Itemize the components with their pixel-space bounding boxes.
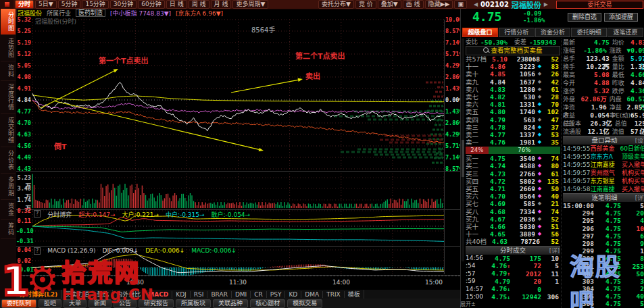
tick-detail-header[interactable]: 逐笔明细 [详] [563, 193, 644, 202]
period-tab-1[interactable]: 5日▼ [35, 0, 57, 9]
sell-order-row[interactable]: 卖七4.82530◆28 [466, 93, 560, 101]
market-alert-row[interactable]: 14:59:58江南嘉捷买入撤单 [563, 185, 644, 193]
indicator-tab-9[interactable]: CR [251, 291, 267, 298]
minute-trade-row[interactable]: :544.76↑725 [466, 262, 560, 270]
buy-order-row[interactable]: 十一4.653889◆56 [466, 230, 560, 238]
sell-order-row[interactable]: 卖六4.811331◆70 [466, 101, 560, 108]
topbar-tool-4[interactable]: 隐藏▶▶ [425, 0, 453, 9]
minute-trade-row[interactable]: 15:004.75↓12942306 [466, 293, 560, 301]
detail-link[interactable]: [详] [549, 247, 560, 255]
minute-trade-row[interactable]: :594.79201 [466, 278, 560, 286]
topbar-tool-5[interactable]: ▣ [454, 0, 467, 9]
app-menu-icon[interactable] [0, 0, 14, 9]
index-mid-link[interactable]: [中小板指 7748.83▼] [110, 9, 171, 18]
indicator-tab-4[interactable]: MACD [145, 291, 172, 298]
industry-chip[interactable]: 医药制造 [76, 9, 105, 17]
sidebar-item-7[interactable]: 资金 [1, 200, 16, 220]
sidebar-item-5[interactable]: 分价表 [1, 147, 16, 174]
topbar-tool-1[interactable]: 竞 价 [355, 0, 376, 9]
period-tab-2[interactable]: 5分钟 [58, 0, 81, 9]
bottom-menu-9[interactable]: 模拟交易 [287, 299, 322, 308]
next-stock-icon[interactable]: ▶ [544, 1, 548, 7]
help-icon[interactable]: ? [34, 210, 41, 217]
topbar-tool-3[interactable]: 画 线 [403, 0, 424, 9]
sell-order-row[interactable]: 卖八4.831280◆61 [466, 86, 560, 93]
settings-link[interactable]: [设] [635, 136, 644, 145]
sidebar-item-3[interactable]: 深度行情 [1, 81, 16, 114]
scrollbar-thumb[interactable] [462, 140, 464, 177]
add-alert-button[interactable]: 添加提醒 [604, 13, 638, 22]
period-tab-0[interactable]: 分时 [15, 0, 34, 9]
bottom-menu-8[interactable]: 核心题材 [250, 299, 285, 308]
period-tab-6[interactable]: 日 线 [166, 0, 187, 9]
sell-order-row[interactable]: 十一4.863223◆83 [466, 63, 560, 70]
indicator-tab-12[interactable]: DMA [301, 291, 323, 298]
indicator-tab-13[interactable]: TRIX [323, 291, 345, 298]
period-tab-5[interactable]: 60分钟 [138, 0, 164, 9]
period-tab-9[interactable]: 更多周期▼ [232, 0, 268, 9]
sidebar-item-4[interactable]: 成交明细 [1, 114, 16, 147]
expand-button[interactable]: 展开± [460, 300, 476, 307]
period-tab-3[interactable]: 15分钟 [82, 0, 108, 9]
bottom-menu-6[interactable]: 所属板块 [176, 299, 211, 308]
market-alert-row[interactable]: 14:59:57东方银星机构买单 [563, 177, 644, 185]
buy-order-row[interactable]: 买八4.687334◆74 [466, 208, 560, 215]
index-ref-link[interactable]: [京东方A 6.96▼] [176, 9, 223, 18]
buy-order-row[interactable]: 买一4.753540◆74 [466, 155, 560, 162]
buy-order-row[interactable]: 买九4.672036◆52 [466, 215, 560, 223]
indicator-tab-11[interactable]: KD [285, 291, 301, 298]
trade-button[interactable]: 委托交易 [556, 1, 643, 9]
market-alert-row[interactable]: 14:59:55西部黄金60日新低 [563, 145, 644, 153]
help-icon[interactable]: ? [34, 247, 41, 255]
prev-stock-icon[interactable]: ◀ [474, 1, 478, 7]
buy-order-row[interactable]: 买二4.744588◆80 [466, 162, 560, 170]
buy-order-row[interactable]: 买十4.665830◆51 [466, 223, 560, 230]
quote-tab-2[interactable]: 资金分析 [535, 28, 571, 37]
minute-trade-row[interactable]: :574.79↑201211 [466, 270, 560, 278]
buy-order-row[interactable]: 买四4.725802◆135 [466, 178, 560, 185]
period-tab-4[interactable]: 30分钟 [110, 0, 137, 9]
buy-order-row[interactable]: 买五4.712669◆50 [466, 185, 560, 192]
bottom-menu-3[interactable]: 新闻 [89, 299, 112, 308]
bottom-menu-4[interactable]: 公告 [114, 299, 137, 308]
topbar-tool-0[interactable]: 委托分布▼ [318, 0, 354, 9]
market-alert-row[interactable]: 14:59:57贵州燃气机构买单 [563, 169, 644, 177]
market-alert-row[interactable]: 14:59:55京东方A顶级卖单 [563, 153, 644, 161]
remove-favorite-button[interactable]: 删除自选 [568, 13, 601, 22]
indicator-tab-6[interactable]: RSI [191, 291, 208, 298]
indicator-tab-3[interactable]: 内外盘比 [113, 290, 145, 299]
bottom-menu-7[interactable]: 关联品种 [213, 299, 248, 308]
bottom-menu-1[interactable]: 股吧 [39, 299, 61, 308]
indicator-tab-8[interactable]: DMI [232, 291, 251, 298]
buy-order-row[interactable]: 买六4.708564◆40 [466, 192, 560, 200]
sidebar-item-6[interactable]: 多周期 [1, 174, 16, 200]
sell-order-row[interactable]: 卖九4.841637◆42 [466, 78, 560, 86]
market-alert-row[interactable]: 14:59:55江南嘉捷买入撤单 [563, 161, 644, 169]
period-tab-7[interactable]: 周 线 [189, 0, 209, 9]
quote-tab-1[interactable]: 行情分析 [499, 28, 535, 37]
sell-order-row[interactable]: 卖四4.79563◆47 [466, 116, 560, 124]
quote-tab-3[interactable]: 委托明细 [571, 28, 607, 37]
minute-trades-header[interactable]: 分时成交 [详] [466, 246, 560, 255]
sell-order-row[interactable]: 卖十4.851056◆26 [466, 70, 560, 78]
indicator-tab-14[interactable]: 模板 [345, 290, 364, 299]
sell-order-row[interactable]: 卖五4.801740◆102 [466, 108, 560, 116]
intraday-chart[interactable]: 冠福股份(分时) 5.325.255.195.125.054.984.914.8… [16, 17, 460, 276]
detail-link[interactable]: [详] [635, 194, 644, 202]
sell-order-row[interactable]: 卖二4.771337◆53 [466, 131, 560, 138]
quote-tab-4[interactable]: 逐笔还原 [608, 28, 643, 37]
buy-order-row[interactable]: 买七4.69585◆21 [466, 200, 560, 207]
indicator-tab-5[interactable]: KDJ [172, 291, 191, 298]
bottom-menu-5[interactable]: 研究报告 [139, 299, 174, 308]
period-tab-8[interactable]: 月 线 [211, 0, 232, 9]
sell-order-row[interactable]: 卖一4.761981◆35 [466, 138, 560, 146]
buy-order-row[interactable]: 买三4.732766◆61 [466, 170, 560, 178]
view-full-orderbook-link[interactable]: 查看完整档买卖盘 [466, 46, 560, 55]
indicator-tab-2[interactable]: 量比 [93, 290, 113, 299]
indicator-tab-10[interactable]: PSY [267, 291, 286, 298]
orderbook-scrollbar[interactable] [462, 38, 464, 261]
bottom-menu-2[interactable]: 大单 [64, 299, 86, 308]
minute-trade-row[interactable]: 14:564.7517510 [466, 255, 560, 263]
sidebar-item-2[interactable]: 资料 [1, 61, 16, 81]
indicator-tab-0[interactable]: 分时博弈(L2) [16, 290, 61, 299]
